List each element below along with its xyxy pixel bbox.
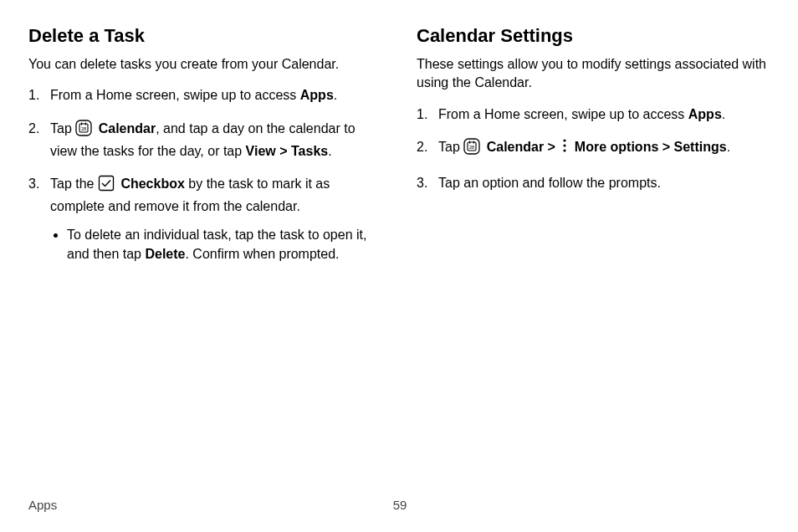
svg-rect-2: [81, 122, 82, 125]
step-text: Tap: [438, 140, 463, 154]
two-column-layout: Delete a Task You can delete tasks you c…: [28, 25, 771, 277]
svg-rect-8: [469, 141, 470, 143]
step-item: Tap an option and follow the prompts.: [417, 173, 771, 192]
document-page: Delete a Task You can delete tasks you c…: [0, 0, 798, 532]
page-number: 59: [393, 498, 407, 512]
step-text: Tap an option and follow the prompts.: [438, 176, 661, 190]
bullet-item: To delete an individual task, tap the ta…: [67, 226, 383, 263]
more-options-label: More options: [575, 140, 658, 154]
step-text: .: [334, 88, 337, 102]
heading-delete-task: Delete a Task: [28, 25, 383, 47]
steps-list: From a Home screen, swipe up to access A…: [28, 85, 383, 263]
more-options-icon: [561, 138, 568, 158]
steps-list: From a Home screen, swipe up to access A…: [417, 105, 771, 193]
heading-calendar-settings: Calendar Settings: [417, 25, 771, 47]
settings-label: Settings: [674, 140, 727, 154]
svg-point-12: [564, 144, 566, 146]
delete-label: Delete: [145, 247, 185, 261]
breadcrumb-separator: >: [544, 140, 559, 154]
calendar-label: Calendar: [99, 121, 156, 136]
footer-section-label: Apps: [28, 498, 57, 512]
intro-text: You can delete tasks you create from you…: [28, 55, 383, 74]
view-label: View: [246, 144, 276, 158]
apps-label: Apps: [300, 88, 334, 102]
svg-text:28: 28: [81, 126, 86, 131]
checkbox-label: Checkbox: [120, 176, 184, 191]
checkbox-icon: [98, 175, 115, 197]
svg-text:28: 28: [469, 145, 474, 150]
apps-label: Apps: [688, 107, 722, 121]
step-text: From a Home screen, swipe up to access: [438, 107, 688, 121]
svg-rect-5: [99, 176, 113, 190]
calendar-label: Calendar: [487, 140, 544, 154]
step-item: From a Home screen, swipe up to access A…: [28, 85, 383, 105]
step-text: .: [727, 140, 730, 154]
breadcrumb-separator: >: [276, 144, 291, 158]
page-footer: Apps 59: [28, 498, 771, 512]
calendar-icon: 28: [463, 138, 480, 160]
step-item: Tap 28 Calendar, and tap a day on the ca…: [28, 119, 383, 161]
footer-row: Apps 59: [28, 498, 771, 512]
step-text: From a Home screen, swipe up to access: [50, 88, 300, 102]
left-column: Delete a Task You can delete tasks you c…: [28, 25, 383, 277]
svg-rect-3: [85, 122, 86, 125]
calendar-icon: 28: [75, 120, 92, 141]
step-item: Tap 28 Calendar > More options > Setting…: [417, 137, 771, 160]
sub-bullet-list: To delete an individual task, tap the ta…: [50, 226, 383, 263]
bullet-text: . Confirm when prompted.: [185, 247, 339, 261]
intro-text: These settings allow you to modify setti…: [417, 55, 771, 93]
step-text: .: [722, 107, 725, 121]
tasks-label: Tasks: [291, 144, 328, 158]
step-text: Tap the: [50, 176, 98, 191]
step-item: Tap the Checkbox by the task to mark it …: [28, 174, 383, 263]
step-text: .: [328, 144, 331, 158]
svg-point-13: [564, 149, 566, 151]
right-column: Calendar Settings These settings allow y…: [417, 25, 771, 277]
svg-rect-9: [473, 141, 474, 143]
breadcrumb-separator: >: [658, 140, 673, 154]
step-text: Tap: [50, 121, 75, 136]
svg-point-11: [564, 139, 566, 141]
step-item: From a Home screen, swipe up to access A…: [417, 105, 771, 124]
